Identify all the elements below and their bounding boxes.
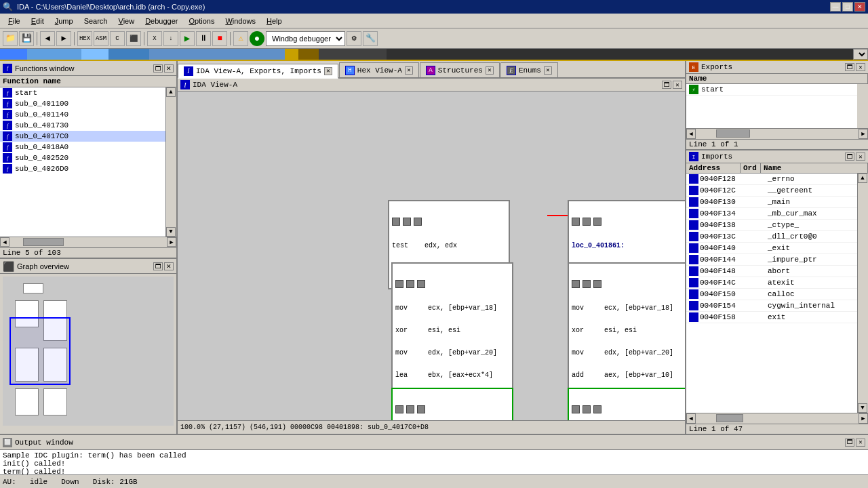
func-item-4018a0[interactable]: f sub_0_4018A0: [0, 142, 165, 152]
functions-panel-controls[interactable]: 🗖 ✕: [153, 64, 174, 73]
import-row-10[interactable]: 0040F150 calloc: [686, 289, 857, 300]
import-row-4[interactable]: 0040F138 _ctype_: [686, 220, 857, 231]
vscroll-down[interactable]: ▼: [166, 227, 176, 237]
func-item-4026d0[interactable]: f sub_0_4026D0: [0, 163, 165, 174]
hex-button[interactable]: HEX: [77, 31, 92, 46]
import-row-7[interactable]: 0040F144 _impure_ptr: [686, 254, 857, 266]
import-row-3[interactable]: 0040F134 _mb_cur_max: [686, 208, 857, 220]
imports-hscroll-right[interactable]: ▶: [859, 413, 868, 424]
functions-vscroll[interactable]: ▲ ▼: [165, 87, 176, 237]
functions-restore-button[interactable]: 🗖: [153, 64, 163, 73]
xref-button[interactable]: X: [147, 31, 162, 46]
tab-structures[interactable]: A Structures ✕: [420, 62, 500, 77]
menu-debugger[interactable]: Debugger: [140, 16, 183, 26]
graph-button[interactable]: ⬛: [126, 31, 141, 46]
import-row-1[interactable]: 0040F12C __getreent: [686, 185, 857, 197]
func-item-401730[interactable]: f sub_0_401730: [0, 120, 165, 131]
ida-restore-button[interactable]: 🗖: [662, 81, 671, 89]
minimize-button[interactable]: —: [830, 2, 841, 12]
vscroll-up[interactable]: ▲: [166, 87, 176, 97]
tab-ida-close[interactable]: ✕: [324, 67, 332, 75]
menu-jump[interactable]: Jump: [50, 16, 79, 26]
hscroll-right[interactable]: ▶: [167, 237, 176, 247]
import-row-0[interactable]: 0040F128 _errno: [686, 174, 857, 185]
output-restore[interactable]: 🗖: [845, 439, 854, 447]
ida-close-button[interactable]: ✕: [673, 81, 682, 89]
import-row-11[interactable]: 0040F154 cygwin_internal: [686, 300, 857, 312]
exports-hscroll[interactable]: ◀ ▶: [686, 128, 868, 139]
graph-overview-close[interactable]: ✕: [164, 262, 174, 270]
functions-hscroll[interactable]: ◀ ▶: [0, 237, 176, 247]
func-item-401100[interactable]: f sub_0_401100: [0, 98, 165, 109]
tab-hex-view[interactable]: H Hex View-A ✕: [339, 62, 419, 77]
debugger-select[interactable]: Windbg debugger: [266, 31, 345, 46]
pause-button[interactable]: ⏸: [196, 31, 211, 46]
menu-edit[interactable]: Edit: [26, 16, 50, 26]
ida-header-controls[interactable]: 🗖 ✕: [662, 81, 682, 89]
settings-button[interactable]: ⚙: [347, 31, 361, 46]
forward-button[interactable]: ▶: [56, 31, 71, 46]
menu-view[interactable]: View: [113, 16, 140, 26]
go-button[interactable]: ●: [250, 31, 264, 46]
nav-dropdown[interactable]: [853, 49, 868, 60]
imports-restore[interactable]: 🗖: [845, 152, 854, 161]
stop-button[interactable]: ■: [212, 31, 227, 46]
graph-overview-controls[interactable]: 🗖 ✕: [153, 262, 174, 270]
functions-close-button[interactable]: ✕: [164, 64, 174, 73]
menu-search[interactable]: Search: [79, 16, 113, 26]
import-row-5[interactable]: 0040F13C _dll_crt0@0: [686, 231, 857, 243]
tab-hex-close[interactable]: ✕: [405, 66, 413, 75]
menu-file[interactable]: File: [3, 16, 26, 26]
imports-hscroll-left[interactable]: ◀: [686, 413, 696, 424]
exports-hscroll-right[interactable]: ▶: [859, 129, 868, 139]
imports-hscroll[interactable]: ◀ ▶: [686, 413, 868, 424]
code-button[interactable]: C: [110, 31, 125, 46]
maximize-button[interactable]: □: [842, 2, 853, 12]
imports-controls[interactable]: 🗖 ✕: [845, 152, 865, 161]
exports-vscroll[interactable]: [857, 84, 868, 128]
exports-close[interactable]: ✕: [856, 63, 865, 71]
vscroll-track[interactable]: [166, 97, 176, 227]
import-row-9[interactable]: 0040F14C atexit: [686, 277, 857, 289]
imports-vscroll-up[interactable]: ▲: [858, 174, 867, 183]
import-row-8[interactable]: 0040F148 abort: [686, 266, 857, 277]
close-button[interactable]: ✕: [854, 2, 865, 12]
warn-button[interactable]: ⚠: [233, 31, 248, 46]
tab-enums-close[interactable]: ✕: [544, 66, 552, 75]
debug-options-button[interactable]: 🔧: [363, 31, 378, 46]
hscroll-track[interactable]: [9, 237, 167, 247]
hscroll-left[interactable]: ◀: [0, 237, 9, 247]
func-item-402520[interactable]: f sub_0_402520: [0, 152, 165, 163]
import-row-6[interactable]: 0040F140 _exit: [686, 243, 857, 254]
exports-hscroll-track[interactable]: [696, 129, 859, 139]
imports-hscroll-thumb[interactable]: [716, 414, 743, 422]
tab-struct-close[interactable]: ✕: [486, 66, 494, 75]
title-bar-controls[interactable]: — □ ✕: [830, 2, 865, 12]
func-item-401140[interactable]: f sub_0_401140: [0, 109, 165, 120]
imports-vscroll[interactable]: ▲ ▼: [857, 174, 868, 413]
exports-hscroll-left[interactable]: ◀: [686, 129, 696, 139]
hscroll-thumb[interactable]: [23, 238, 64, 246]
minimap-viewport[interactable]: [9, 317, 71, 385]
run-button[interactable]: ▶: [180, 31, 195, 46]
back-button[interactable]: ◀: [40, 31, 55, 46]
open-button[interactable]: 📁: [3, 31, 18, 46]
exports-restore[interactable]: 🗖: [845, 63, 854, 71]
exports-hscroll-thumb[interactable]: [716, 129, 750, 138]
imports-vscroll-track[interactable]: [858, 183, 868, 403]
menu-help[interactable]: Help: [261, 16, 288, 26]
tab-ida-view[interactable]: I IDA View-A, Exports, Imports ✕: [178, 64, 338, 79]
import-row-2[interactable]: 0040F130 _main: [686, 197, 857, 208]
asm-button[interactable]: ASM: [94, 31, 108, 46]
imports-close[interactable]: ✕: [856, 152, 865, 161]
graph-area[interactable]: test edx, edx jle short loc_0_401859 loc…: [178, 92, 685, 434]
save-button[interactable]: 💾: [19, 31, 34, 46]
imports-hscroll-track[interactable]: [696, 413, 859, 424]
imports-vscroll-down[interactable]: ▼: [858, 403, 867, 413]
graph-overview-restore[interactable]: 🗖: [153, 262, 163, 270]
import-row-12[interactable]: 0040F158 exit: [686, 312, 857, 323]
import-button[interactable]: ↓: [163, 31, 178, 46]
output-controls[interactable]: 🗖 ✕: [845, 439, 865, 447]
menu-options[interactable]: Options: [183, 16, 220, 26]
func-item-start[interactable]: f start: [0, 87, 165, 98]
